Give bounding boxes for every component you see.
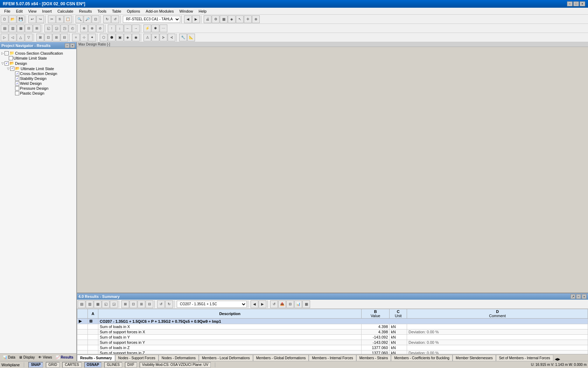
tb-new[interactable]: 🗋 [1, 15, 8, 23]
status-glines[interactable]: GLINES [104, 362, 122, 368]
check-weld[interactable]: ✓ [15, 81, 19, 86]
tb3-b3[interactable]: △ [17, 34, 24, 41]
tb-render[interactable]: ▦ [220, 15, 227, 23]
tb3-b16[interactable]: ◉ [132, 34, 140, 41]
check-pressure[interactable] [15, 86, 19, 90]
tb-print[interactable]: 🖨 [204, 15, 211, 23]
tab-members-global[interactable]: Members - Global Deformations [253, 355, 309, 361]
tb3-b8[interactable]: ⊟ [61, 34, 68, 41]
tb3-b13[interactable]: ⬢ [108, 34, 115, 41]
tb2-b14[interactable]: ↓ [116, 25, 124, 32]
menu-addon[interactable]: Add-on Modules [143, 8, 176, 14]
tb3-b2[interactable]: ◁ [9, 34, 16, 41]
menu-help[interactable]: Help [196, 8, 210, 14]
tb-prev[interactable]: ◀ [184, 15, 192, 23]
status-grid[interactable]: GRID [46, 362, 59, 368]
tb3-b5[interactable]: ⊠ [36, 34, 44, 41]
tb-zoom-in[interactable]: 🔍 [76, 15, 83, 23]
bt-b10[interactable]: ↺ [157, 300, 165, 308]
title-bar-controls[interactable]: − □ × [567, 1, 585, 6]
nav-display-btn[interactable]: 🖥 Display [18, 355, 36, 359]
menu-results[interactable]: Results [76, 8, 95, 14]
minimize-button[interactable]: − [567, 1, 573, 6]
tab-members-strains[interactable]: Members - Strains [356, 355, 391, 361]
tab-scroll-right[interactable]: ▶ [558, 357, 560, 361]
bottom-panel-float[interactable]: ↗ [570, 294, 575, 299]
tb3-b10[interactable]: ⊹ [80, 34, 88, 41]
tb3-b20[interactable]: ⊰ [168, 34, 175, 41]
tb2-b18[interactable]: ✱ [152, 25, 159, 32]
tb2-b17[interactable]: ⚡ [144, 25, 151, 32]
menu-insert[interactable]: Insert [39, 8, 55, 14]
tab-set-internal[interactable]: Set of Members - Internal Forces [496, 355, 553, 361]
nav-uls-classification[interactable]: Ultimate Limit State [0, 56, 76, 61]
tab-scroll-left[interactable]: ◀ [555, 357, 558, 361]
menu-view[interactable]: View [26, 8, 40, 14]
menu-options[interactable]: Options [124, 8, 143, 14]
tb3-b14[interactable]: ▣ [116, 34, 124, 41]
tb3-b19[interactable]: ⊱ [160, 34, 167, 41]
menu-table[interactable]: Table [109, 8, 124, 14]
nav-pressure-design[interactable]: Pressure Design [0, 86, 76, 91]
tb2-b16[interactable]: → [132, 25, 140, 32]
tb-view3d[interactable]: ◈ [228, 15, 236, 23]
bt-b8[interactable]: ⊞ [138, 300, 145, 308]
tb-zoom-out[interactable]: 🔎 [84, 15, 91, 23]
menu-edit[interactable]: Edit [13, 8, 26, 14]
bottom-panel-minimize[interactable]: − [576, 294, 581, 299]
nav-cross-section-classification[interactable]: ▷ − 📁 Cross-Section Classification [0, 50, 76, 56]
tb-measure[interactable]: ⊕ [252, 15, 260, 23]
tb-open[interactable]: 📂 [9, 15, 16, 23]
tb3-b18[interactable]: ✕ [152, 34, 159, 41]
tab-member-slendernesses[interactable]: Member Slendernesses [453, 355, 496, 361]
tb-copy[interactable]: ⎘ [56, 15, 64, 23]
bt-table[interactable]: ▦ [302, 300, 310, 308]
tb-fit[interactable]: ⊡ [92, 15, 99, 23]
tb-rot-x[interactable]: ↻ [103, 15, 111, 23]
status-dxf[interactable]: DXF [125, 362, 137, 368]
nav-minimize[interactable]: − [65, 43, 70, 48]
tb3-b1[interactable]: ▷ [1, 34, 8, 41]
tb2-b8[interactable]: ◳ [61, 25, 68, 32]
tb2-b13[interactable]: ↑ [108, 25, 115, 32]
check-cross-design[interactable]: ✓ [15, 71, 19, 76]
nav-header-controls[interactable]: − × [65, 43, 75, 48]
nav-uls-design[interactable]: ▽ ✓ 📂 Ultimate Limit State [0, 66, 76, 71]
menu-tools[interactable]: Tools [94, 8, 109, 14]
tb-cut[interactable]: ✂ [48, 15, 56, 23]
tb3-b17[interactable]: ⚠ [144, 34, 151, 41]
menu-window[interactable]: Window [176, 8, 196, 14]
tb-move[interactable]: ✛ [244, 15, 252, 23]
bt-filter[interactable]: ⊟ [286, 300, 294, 308]
menu-file[interactable]: File [1, 8, 13, 14]
tb-settings[interactable]: ⚙ [212, 15, 219, 23]
tab-results-summary[interactable]: Results - Summary [77, 355, 115, 361]
bt-b6[interactable]: ⊠ [121, 300, 129, 308]
status-cartes[interactable]: CARTES [62, 362, 81, 368]
bt-b1[interactable]: ▤ [78, 300, 85, 308]
bt-b11[interactable]: ↻ [165, 300, 173, 308]
tb3-b7[interactable]: ⊞ [52, 34, 60, 41]
co-combo[interactable]: CO207 - 1.35G1 + 1.5C [177, 301, 247, 308]
bt-export[interactable]: 📤 [278, 300, 286, 308]
tb2-b11[interactable]: ⊗ [88, 25, 96, 32]
nav-design[interactable]: ▽ ✓ 📂 Design [0, 61, 76, 66]
bt-prev[interactable]: ◀ [251, 300, 258, 308]
tb3-b9[interactable]: ⌗ [72, 34, 80, 41]
tb-rot-y[interactable]: ↺ [111, 15, 119, 23]
tb2-b12[interactable]: ⊘ [96, 25, 104, 32]
bottom-panel-close[interactable]: × [582, 294, 587, 299]
tb2-b9[interactable]: ◴ [69, 25, 76, 32]
bt-b7[interactable]: ⊡ [130, 300, 137, 308]
close-button[interactable]: × [580, 1, 585, 6]
tb-redo[interactable]: ↪ [36, 15, 44, 23]
bt-next[interactable]: ▶ [259, 300, 266, 308]
check-uls-classification[interactable] [9, 56, 13, 60]
bt-b9[interactable]: ⊟ [146, 300, 153, 308]
nav-plastic-design[interactable]: Plastic Design [0, 91, 76, 96]
tb-paste[interactable]: 📋 [64, 15, 72, 23]
bt-b3[interactable]: ▦ [94, 300, 102, 308]
tab-members-local[interactable]: Members - Local Deformations [199, 355, 253, 361]
tb2-b5[interactable]: ⊞ [33, 25, 41, 32]
tb3-b22[interactable]: 📐 [187, 34, 195, 41]
